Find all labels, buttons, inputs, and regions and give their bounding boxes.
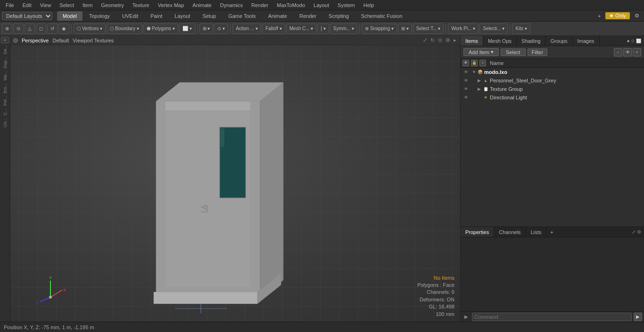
layout-tab-model[interactable]: Model (57, 11, 83, 21)
tool-boundary-btn[interactable]: ⬠ Boundary ▾ (107, 24, 142, 34)
tool-workplane-btn[interactable]: Work Pl... ▾ (448, 24, 479, 34)
sidebar-label-poly[interactable]: Pol... (3, 95, 8, 107)
menu-animate[interactable]: Animate (189, 1, 215, 9)
select-button[interactable]: Select (501, 49, 526, 56)
tool-selecti-btn[interactable]: Selecti... ▾ (479, 24, 508, 34)
tool-mode-btn[interactable]: ◉ (58, 24, 69, 34)
items-minus-btn[interactable]: − (614, 48, 622, 57)
layout-tab-render[interactable]: Render (294, 11, 322, 21)
tree-row-texture-group[interactable]: 👁 ▶ 📋 Texture Group (461, 85, 644, 93)
tool-meshc-btn[interactable]: Mesh C... ▾ (286, 24, 317, 34)
vp-more-btn[interactable]: ▸ (453, 37, 457, 43)
star-only-button[interactable]: ★ Only (605, 12, 630, 19)
tool-polygons-btn[interactable]: ⬟ Polygons ▾ (143, 24, 178, 34)
panel-tab-images[interactable]: Images (573, 36, 600, 46)
layout-tab-schematic[interactable]: Schematic Fusion (355, 11, 408, 21)
layout-tab-uvedit[interactable]: UVEdit (116, 11, 144, 21)
arrow-2[interactable]: ▶ (478, 87, 482, 91)
layout-tab-layout[interactable]: Layout (169, 11, 196, 21)
tree-row-modo-lxo[interactable]: 👁 ▼ 📦 modo.lxo (461, 68, 644, 76)
viewport-texture-label[interactable]: Viewport Textures (73, 38, 114, 43)
eye-icon-0[interactable]: 👁 (462, 69, 469, 75)
panel-tab-shading[interactable]: Shading (517, 36, 545, 46)
filter-button[interactable]: Filter (528, 49, 547, 56)
menu-geometry[interactable]: Geometry (97, 1, 127, 9)
menu-view[interactable]: View (36, 1, 55, 9)
tool-falloff-btn[interactable]: Falloff ▾ (262, 24, 285, 34)
tool-action-btn[interactable]: Action ... ▾ (232, 24, 261, 34)
viewport-dot[interactable] (13, 38, 18, 43)
prop-expand-btn[interactable]: ⤢ ⚙ (629, 228, 644, 235)
tool-select-t-btn[interactable]: Select T... ▾ (413, 24, 444, 34)
tool-vertices-btn[interactable]: ⬡ Vertices ▾ (74, 24, 106, 34)
tool-snapping-btn[interactable]: ⊕ Snapping ▾ (362, 24, 397, 34)
eye-icon-2[interactable]: 👁 (462, 86, 469, 92)
layout-tab-topology[interactable]: Topology (83, 11, 116, 21)
list-add-icon[interactable]: + (479, 60, 486, 66)
sidebar-label-mesh[interactable]: Me... (3, 70, 8, 81)
arrow-1[interactable]: ▶ (478, 78, 482, 83)
layout-tab-scripting[interactable]: Scripting (323, 11, 355, 21)
menu-select[interactable]: Select (56, 1, 78, 9)
viewport-perspective-label[interactable]: Perspective (22, 38, 49, 43)
viewport-canvas[interactable]: X Y Z No Items Polygons : Face Channels:… (10, 45, 460, 322)
layout-tab-animate[interactable]: Animate (263, 11, 293, 21)
vp-frame-btn[interactable]: ⤢ (422, 37, 428, 43)
panel-tab-meshops[interactable]: Mesh Ops (483, 36, 517, 46)
sidebar-label-dup[interactable]: Dup... (3, 56, 8, 69)
list-lock-icon[interactable]: 🔒 (471, 60, 478, 66)
prop-tab-channels[interactable]: Channels (494, 227, 526, 237)
command-input[interactable] (472, 313, 632, 321)
layout-add-tab[interactable]: + (595, 12, 603, 20)
sidebar-label-c[interactable]: C... (3, 108, 8, 116)
eye-icon-1[interactable]: 👁 (462, 77, 469, 84)
tool-render-mode-btn[interactable]: ⊞ ▾ (199, 24, 214, 34)
viewport[interactable]: Perspective Default Viewport Textures ⤢ … (10, 36, 460, 322)
panel-tab-groups[interactable]: Groups (545, 36, 572, 46)
tool-kits-btn[interactable]: Kits ▾ (512, 24, 530, 34)
sidebar-label-deform[interactable]: De... (3, 44, 8, 55)
prop-tab-lists[interactable]: Lists (526, 227, 547, 237)
tool-mirror-btn[interactable]: | ▾ (317, 24, 329, 34)
panel-tab-more[interactable]: ▸ ⚙ ⬜ (625, 36, 644, 46)
panel-tab-items[interactable]: Items (461, 36, 483, 46)
menu-file[interactable]: File (2, 1, 18, 9)
list-visibility-icon[interactable]: 👁 (462, 60, 469, 66)
menu-edit[interactable]: Edit (19, 1, 35, 9)
tree-row-personnel[interactable]: 👁 ▶ ▲ Personnel_Steel_Door_Grey (461, 76, 644, 85)
vp-zoom-btn[interactable]: ⊙ (437, 37, 443, 43)
tool-rotate-btn[interactable]: ↺ (47, 24, 58, 34)
tool-circle-btn[interactable]: ⊙ (13, 24, 24, 34)
layout-tab-setup[interactable]: Setup (197, 11, 222, 21)
tree-row-directional-light[interactable]: 👁 ☀ Directional Light (461, 93, 644, 102)
items-tree[interactable]: 👁 ▼ 📦 modo.lxo 👁 ▶ ▲ Personnel_Steel_Doo… (461, 68, 644, 227)
layout-tab-paint[interactable]: Paint (145, 11, 168, 21)
menu-layout[interactable]: Layout (310, 1, 333, 9)
layout-settings[interactable]: ⚙ (632, 12, 642, 20)
prop-tab-plus[interactable]: + (546, 228, 557, 236)
add-item-button[interactable]: Add Item ▾ (463, 48, 499, 56)
sidebar-label-emit[interactable]: Em... (3, 82, 8, 94)
items-add-btn[interactable]: + (633, 48, 641, 57)
sidebar-label-uv[interactable]: UV... (3, 117, 8, 128)
menu-vertex-map[interactable]: Vertex Map (154, 1, 188, 9)
tool-snap2-btn[interactable]: ⊞ ▾ (398, 24, 412, 34)
menu-render[interactable]: Render (248, 1, 272, 9)
viewport-default-label[interactable]: Default (52, 38, 69, 43)
tool-square-btn[interactable]: ◻ (36, 24, 46, 34)
tool-select-mode-btn[interactable]: ⬜ ▾ (179, 24, 195, 34)
menu-dynamics[interactable]: Dynamics (216, 1, 247, 9)
menu-help[interactable]: Help (360, 1, 378, 9)
items-eye-btn[interactable]: 👁 (623, 48, 632, 57)
tool-new-btn[interactable]: ⊕ (2, 24, 12, 34)
vp-rotate-btn[interactable]: ↻ (429, 37, 436, 43)
prop-tab-properties[interactable]: Properties (461, 227, 494, 237)
menu-system[interactable]: System (334, 1, 359, 9)
tool-node-btn[interactable]: △ (25, 24, 35, 34)
vp-settings-btn[interactable]: ⚙ (445, 37, 451, 43)
menu-item[interactable]: Item (79, 1, 96, 9)
layout-tab-gametools[interactable]: Game Tools (223, 11, 262, 21)
menu-maxtomodo[interactable]: MaxToModo (273, 1, 309, 9)
eye-icon-3[interactable]: 👁 (462, 94, 469, 101)
arrow-0[interactable]: ▼ (472, 70, 477, 74)
